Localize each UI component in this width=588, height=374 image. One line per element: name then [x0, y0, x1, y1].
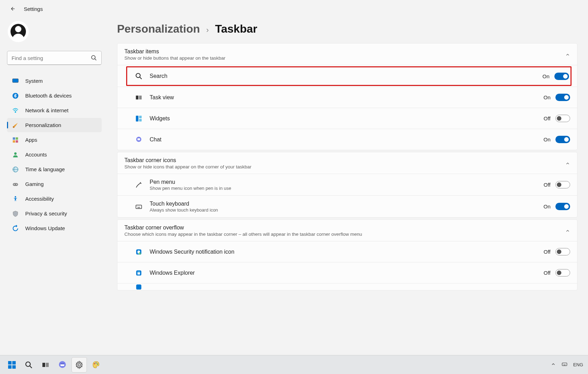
avatar[interactable]	[8, 21, 29, 42]
svg-rect-47	[61, 363, 64, 364]
svg-point-17	[136, 73, 140, 78]
svg-rect-40	[12, 365, 16, 369]
user-icon	[12, 151, 19, 158]
row-task-view: Task view On	[117, 87, 577, 108]
toggle-task-view[interactable]	[555, 94, 570, 101]
app-header: Settings	[0, 0, 588, 18]
toggle-chat[interactable]	[555, 136, 570, 143]
breadcrumb-parent[interactable]: Personalization	[117, 22, 200, 35]
nav-accounts[interactable]: Accounts	[7, 147, 102, 162]
svg-line-42	[30, 366, 32, 368]
row-pen-menu: Pen menu Show pen menu icon when pen is …	[117, 174, 577, 195]
chevron-up-icon	[565, 228, 570, 233]
row-label: Windows Explorer	[150, 270, 543, 276]
sidebar: System Bluetooth & devices Network & int…	[0, 18, 109, 360]
search-input[interactable]	[12, 55, 92, 61]
tray-language[interactable]: ENG	[573, 362, 583, 367]
row-label: Windows Security notification icon	[150, 249, 543, 255]
nav-label: Privacy & security	[25, 211, 67, 216]
taskbar-taskview-button[interactable]	[38, 357, 53, 373]
svg-rect-8	[16, 137, 18, 140]
tray-keyboard-icon[interactable]	[561, 361, 568, 368]
nav-time-language[interactable]: Time & language	[7, 162, 102, 176]
section-header-corner-overflow[interactable]: Taskbar corner overflow Choose which ico…	[117, 220, 577, 241]
section-desc: Choose which icons may appear in the tas…	[124, 232, 362, 237]
shield-icon	[12, 210, 19, 217]
svg-point-14	[14, 184, 15, 185]
row-windows-security: Windows Security notification icon Off	[117, 241, 577, 262]
section-header-corner-icons[interactable]: Taskbar corner icons Show or hide icons …	[117, 152, 577, 174]
svg-point-11	[14, 152, 17, 155]
start-button[interactable]	[4, 357, 20, 373]
toggle-state: Off	[543, 270, 551, 276]
svg-point-41	[26, 362, 30, 366]
section-taskbar-items: Taskbar items Show or hide buttons that …	[117, 43, 577, 150]
nav-label: Windows Update	[25, 225, 65, 231]
taskbar-chat-button[interactable]	[55, 357, 70, 373]
chevron-right-icon: ›	[206, 26, 209, 35]
svg-line-18	[140, 77, 142, 79]
svg-point-0	[91, 55, 95, 59]
section-header-taskbar-items[interactable]: Taskbar items Show or hide buttons that …	[117, 44, 577, 65]
section-corner-icons: Taskbar corner icons Show or hide icons …	[117, 152, 577, 218]
svg-rect-43	[42, 363, 45, 367]
chat-icon	[135, 136, 143, 143]
nav-privacy[interactable]: Privacy & security	[7, 206, 102, 221]
svg-point-50	[95, 362, 96, 363]
svg-line-1	[95, 59, 96, 60]
nav-personalization[interactable]: Personalization	[7, 118, 102, 132]
nav-apps[interactable]: Apps	[7, 133, 102, 147]
toggle-state: On	[543, 203, 551, 209]
section-desc: Show or hide icons that appear on the co…	[124, 164, 251, 169]
taskbar-search-button[interactable]	[21, 357, 36, 373]
svg-rect-21	[136, 115, 138, 121]
settings-search[interactable]	[7, 51, 102, 65]
svg-rect-7	[13, 137, 15, 140]
bluetooth-icon	[12, 92, 19, 99]
keyboard-icon	[135, 203, 143, 211]
toggle-touch-keyboard[interactable]	[555, 203, 570, 210]
toggle-state: Off	[543, 182, 551, 188]
svg-rect-2	[13, 79, 19, 82]
row-widgets: Widgets Off	[117, 108, 577, 129]
row-search-highlight: Search On	[126, 66, 572, 86]
row-label: Chat	[150, 136, 543, 143]
toggle-windows-explorer[interactable]	[555, 269, 570, 276]
svg-rect-39	[8, 365, 12, 369]
accessibility-icon	[12, 195, 19, 202]
toggle-state: On	[543, 136, 551, 142]
row-desc: Always show touch keyboard icon	[150, 207, 543, 213]
toggle-pen-menu[interactable]	[555, 181, 570, 188]
chevron-up-icon	[565, 52, 570, 57]
nav-windows-update[interactable]: Windows Update	[7, 221, 102, 235]
nav-label: Bluetooth & devices	[25, 93, 72, 99]
nav-bluetooth[interactable]: Bluetooth & devices	[7, 88, 102, 103]
back-button[interactable]	[7, 4, 18, 14]
svg-point-6	[13, 126, 15, 128]
svg-rect-38	[12, 361, 16, 365]
row-label: Pen menu	[150, 179, 543, 185]
nav-network[interactable]: Network & internet	[7, 103, 102, 118]
tray-chevron-up-icon[interactable]	[551, 362, 556, 368]
paintbrush-icon	[12, 122, 19, 129]
toggle-search[interactable]	[554, 73, 569, 80]
nav-label: Accessibility	[25, 196, 54, 202]
globe-clock-icon	[12, 166, 19, 173]
toggle-widgets[interactable]	[555, 115, 570, 122]
svg-rect-26	[136, 205, 142, 208]
taskbar-paint-button[interactable]	[88, 357, 104, 373]
taskbar-settings-button[interactable]	[71, 357, 87, 373]
nav-label: Network & internet	[25, 107, 68, 113]
nav-gaming[interactable]: Gaming	[7, 177, 102, 191]
toggle-state: Off	[543, 115, 551, 121]
nav-system[interactable]: System	[7, 74, 102, 88]
nav-label: Gaming	[25, 181, 44, 187]
main-content: Personalization › Taskbar Taskbar items …	[109, 18, 588, 360]
svg-point-49	[94, 363, 95, 364]
section-title: Taskbar corner overflow	[124, 225, 362, 231]
nav-accessibility[interactable]: Accessibility	[7, 192, 102, 206]
toggle-state: On	[542, 73, 549, 79]
toggle-windows-security[interactable]	[555, 248, 570, 255]
row-desc: Show pen menu icon when pen is in use	[150, 186, 543, 191]
app-title: Settings	[24, 6, 43, 12]
